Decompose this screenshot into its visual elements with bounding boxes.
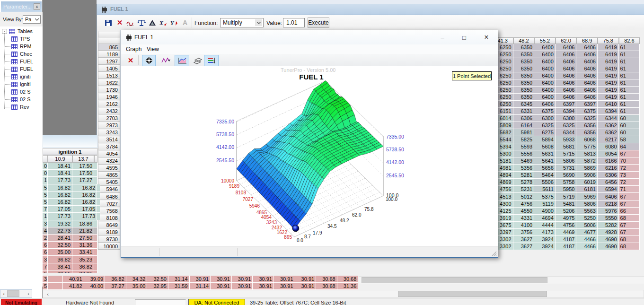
fuel-cell[interactable]: 5282 xyxy=(598,222,619,229)
fuel-cell[interactable]: 6375 xyxy=(534,108,556,115)
ignition-cell[interactable]: 30.91 xyxy=(190,276,211,283)
fuel-cell[interactable]: 5469 xyxy=(513,157,535,165)
fuel-cell[interactable]: 6406 xyxy=(576,94,598,101)
fuel-cell[interactable]: 5894 xyxy=(534,136,556,143)
fuel-cell[interactable]: 6400 xyxy=(534,65,556,72)
fuel-row-header[interactable]: 8108 xyxy=(98,214,120,221)
ignition-cell[interactable]: 33.41 xyxy=(72,249,94,256)
fuel-row-header[interactable]: 3514 xyxy=(98,136,120,143)
fuel-cell[interactable]: 6406 xyxy=(556,58,577,65)
fuel-cell[interactable]: 6406 xyxy=(556,87,577,94)
fuel-editor-titlebar[interactable]: FUEL 1 xyxy=(97,4,644,15)
ignition-row-header-partial[interactable]: 3 xyxy=(43,276,48,283)
fuel-cell[interactable]: 6350 xyxy=(513,44,535,51)
fuel-cell[interactable]: 5231 xyxy=(513,186,535,193)
fuel-row-header[interactable]: 1946 xyxy=(98,93,120,100)
ignition-cell[interactable]: 17.27 xyxy=(72,177,94,184)
chevron-down-icon[interactable] xyxy=(255,19,262,26)
fuel-hscroll-thumb[interactable] xyxy=(362,277,547,283)
fuel-cell[interactable]: 6164 xyxy=(513,122,535,129)
fuel-cell[interactable]: 6419 xyxy=(598,79,619,87)
close-icon[interactable]: × xyxy=(478,30,494,44)
fuel-cell[interactable]: 6325 xyxy=(534,122,556,129)
ignition-cell[interactable]: 19.32 xyxy=(48,220,72,227)
fuel-cell[interactable]: 5969 xyxy=(576,193,598,200)
fuel-cell[interactable]: 6594 xyxy=(598,186,619,193)
fuel-cell[interactable]: 4690 xyxy=(598,243,619,250)
ignition-cell[interactable]: 30.68 xyxy=(337,276,359,283)
ignition-cell[interactable]: 30.91 xyxy=(211,276,232,283)
fuel-cell[interactable]: 5481 xyxy=(556,200,577,208)
fuel-cell[interactable]: 4756 xyxy=(513,200,535,208)
ignition-row-header-partial[interactable]: 6 xyxy=(43,249,48,256)
ignition-cell[interactable]: 30.91 xyxy=(253,283,274,290)
ignition-cell[interactable]: 30.91 xyxy=(253,276,274,283)
fuel-cell[interactable]: 6406 xyxy=(576,58,598,65)
fuel-row-header[interactable]: 2432 xyxy=(98,107,120,114)
surface-3d-icon[interactable] xyxy=(191,55,204,66)
fuel-cell[interactable]: 61 xyxy=(619,72,640,79)
fuel-cell[interactable]: 6216 xyxy=(598,165,619,172)
fuel-cell[interactable]: 6350 xyxy=(513,51,535,58)
fuel-cell[interactable]: 6350 xyxy=(513,65,535,72)
ignition-cell[interactable]: 17.73 xyxy=(48,213,72,220)
fuel-cell[interactable]: 5719 xyxy=(556,193,577,200)
fuel-cell[interactable]: 61 xyxy=(619,108,640,115)
fuel-cell[interactable]: 5119 xyxy=(534,200,556,208)
maximize-icon[interactable]: □ xyxy=(456,30,472,44)
app-hscrollbar[interactable]: ‹ xyxy=(43,290,644,298)
fuel-cell[interactable]: 6054 xyxy=(598,150,619,157)
fuel-cell[interactable]: 6181 xyxy=(576,186,598,193)
ignition-cell[interactable]: 32.50 xyxy=(48,242,72,249)
ignition-cell[interactable]: 28.41 xyxy=(48,235,72,242)
tree-item-fuel[interactable]: FUEL xyxy=(5,65,43,73)
fuel-cell[interactable]: 4187 xyxy=(556,243,577,250)
trace-mode-icon[interactable] xyxy=(159,55,173,66)
ignition-cell[interactable]: 16.82 xyxy=(48,192,72,199)
fuel-cell[interactable]: 6406 xyxy=(556,65,577,72)
ignition-cell[interactable]: 17.50 xyxy=(72,163,94,170)
fuel-cell[interactable]: 5906 xyxy=(576,172,598,179)
ignition-cell[interactable]: 35.00 xyxy=(48,249,72,256)
fuel-cell[interactable]: 61 xyxy=(619,65,640,72)
fuel-cell[interactable]: 64 xyxy=(619,143,640,150)
fuel-cell[interactable]: 4550 xyxy=(513,208,535,215)
minimize-icon[interactable]: – xyxy=(434,30,450,44)
fuel-cell[interactable]: 58 xyxy=(619,136,640,143)
scroll-left-icon[interactable]: ‹ xyxy=(44,291,52,297)
fuel-cell[interactable]: 6419 xyxy=(598,72,619,79)
fuel-cell[interactable]: 6275 xyxy=(534,129,556,136)
fuel-col-header[interactable]: 68.9 xyxy=(576,37,598,44)
ignition-cell[interactable]: 35.23 xyxy=(72,256,94,263)
ignition-row-header-partial[interactable]: 4 xyxy=(43,227,48,235)
ignition-cell[interactable]: 38.41 xyxy=(48,263,72,270)
fuel-cell[interactable]: 6166 xyxy=(598,157,619,165)
fuel-cell[interactable]: 6406 xyxy=(534,101,556,108)
ignition-row-header-partial[interactable]: 3 xyxy=(43,220,48,227)
fuel-cell[interactable]: 6406 xyxy=(576,87,598,94)
fuel-cell[interactable]: 6394 xyxy=(598,108,619,115)
fuel-cell[interactable]: 5250 xyxy=(576,215,598,222)
fuel-cell[interactable]: 4469 xyxy=(556,229,577,236)
execute-button[interactable]: Execute xyxy=(308,17,329,28)
ignition-cell[interactable]: 40.00 xyxy=(84,283,106,290)
fuel-cell[interactable]: 67 xyxy=(619,229,640,236)
fuel-cell[interactable]: 67 xyxy=(619,200,640,208)
tree-item-rev[interactable]: Rev xyxy=(5,103,43,111)
ignition-col-header[interactable]: 13.7 xyxy=(72,155,94,163)
ignition-cell[interactable]: 30.68 xyxy=(316,283,337,290)
fuel-cell[interactable]: 5641 xyxy=(534,157,556,165)
fuel-cell[interactable]: 61 xyxy=(619,101,640,108)
fuel-cell[interactable]: 6419 xyxy=(598,58,619,65)
ignition-cell[interactable]: 17.05 xyxy=(72,206,97,213)
chart-style-icon[interactable] xyxy=(175,55,189,66)
menu-view[interactable]: View xyxy=(144,44,162,54)
fuel-cell[interactable]: 6362 xyxy=(598,129,619,136)
fuel-cell[interactable]: 6350 xyxy=(513,79,535,87)
ignition-cell[interactable]: 35.00 xyxy=(126,283,148,290)
fuel-cell[interactable]: 6419 xyxy=(598,44,619,51)
fuel-cell[interactable]: 6406 xyxy=(576,44,598,51)
ignition-col-header[interactable] xyxy=(94,155,97,163)
fuel-row-header[interactable]: 1622 xyxy=(98,79,120,86)
fuel-row-header[interactable]: 7027 xyxy=(98,200,120,207)
